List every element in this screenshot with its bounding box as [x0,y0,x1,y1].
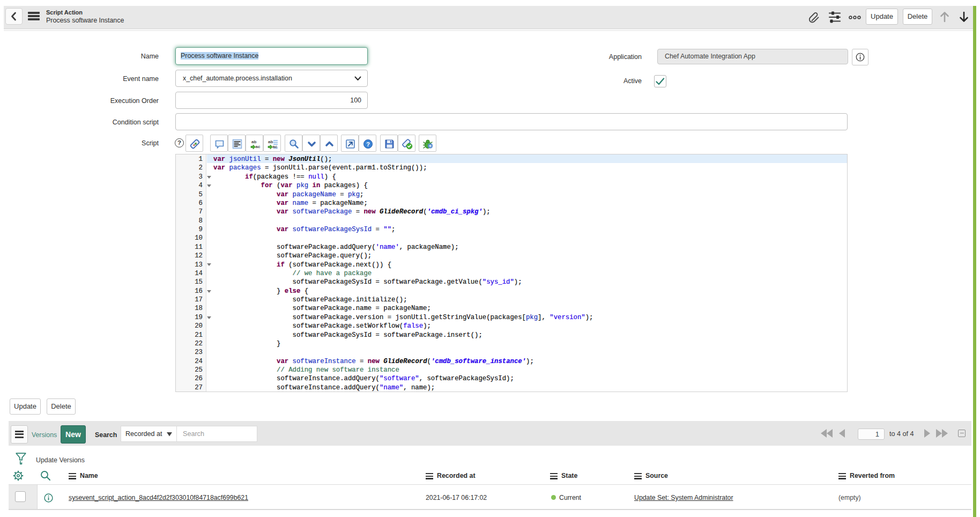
svg-text:ab: ab [268,139,273,144]
svg-text:ac: ac [256,144,261,149]
svg-text:?: ? [366,141,370,147]
svg-text:ab: ab [251,139,256,144]
svg-text:ac: ac [273,144,278,149]
